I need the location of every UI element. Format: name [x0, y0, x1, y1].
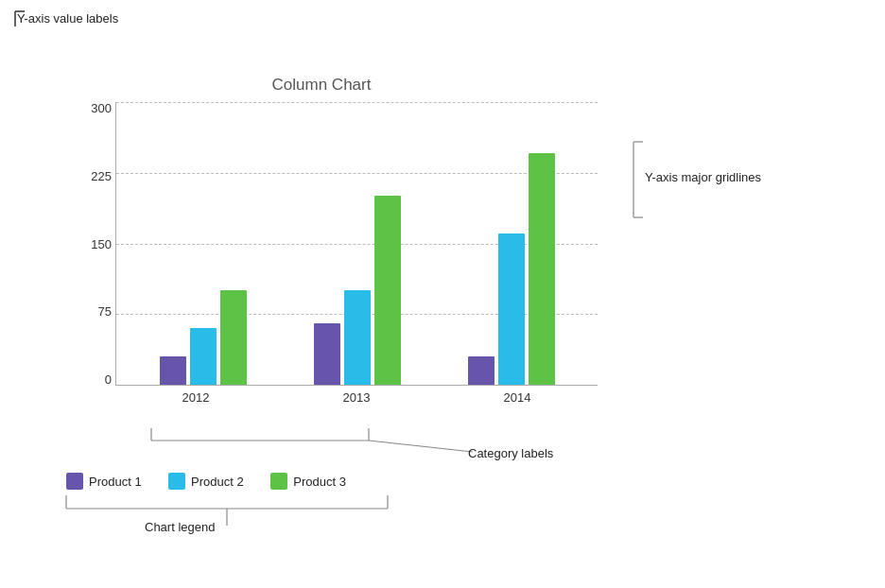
- chart-legend-label: Chart legend: [145, 520, 215, 534]
- y-label-75: 75: [98, 305, 112, 318]
- y-label-0: 0: [105, 373, 112, 386]
- bar-group-2014: [434, 102, 588, 385]
- y-axis-gridlines-bracket-icon: [624, 132, 775, 255]
- chart-title: Column Chart: [76, 76, 567, 95]
- category-labels-annotation-container: Category labels: [95, 424, 586, 475]
- bar-2013-product3: [374, 196, 401, 385]
- x-label-2013: 2013: [276, 390, 437, 405]
- bar-2014-product1: [468, 356, 495, 385]
- page-container: Y-axis value labels Column Chart 300 225…: [0, 0, 885, 588]
- bar-group-2012: [126, 102, 280, 385]
- bar-2012-product1: [160, 356, 186, 385]
- x-axis-labels: 2012 2013 2014: [115, 390, 598, 405]
- bar-2014-product2: [498, 233, 525, 385]
- svg-line-6: [369, 441, 473, 452]
- bar-2012-product3: [220, 290, 247, 385]
- chart-legend-annotation-container: Chart legend: [61, 469, 459, 548]
- y-axis-gridlines-annotation-container: Y-axis major gridlines: [624, 132, 775, 259]
- bar-2012-product2: [190, 328, 217, 385]
- category-labels-label: Category labels: [468, 446, 553, 460]
- y-label-300: 300: [91, 102, 112, 114]
- y-label-225: 225: [91, 170, 112, 182]
- plot-area: [115, 102, 598, 386]
- y-axis-label-bracket-icon: [11, 8, 40, 36]
- bar-2013-product1: [314, 323, 340, 385]
- chart-area: 300 225 150 75 0: [76, 102, 605, 424]
- legend-bracket-icon: [61, 469, 459, 545]
- y-axis-gridlines-label: Y-axis major gridlines: [645, 170, 761, 184]
- bar-groups-container: [116, 102, 598, 385]
- x-label-2014: 2014: [437, 390, 598, 405]
- bar-2014-product3: [529, 153, 555, 385]
- bar-group-2013: [280, 102, 434, 385]
- x-label-2012: 2012: [115, 390, 276, 405]
- y-label-150: 150: [91, 238, 112, 251]
- bar-2013-product2: [344, 290, 371, 385]
